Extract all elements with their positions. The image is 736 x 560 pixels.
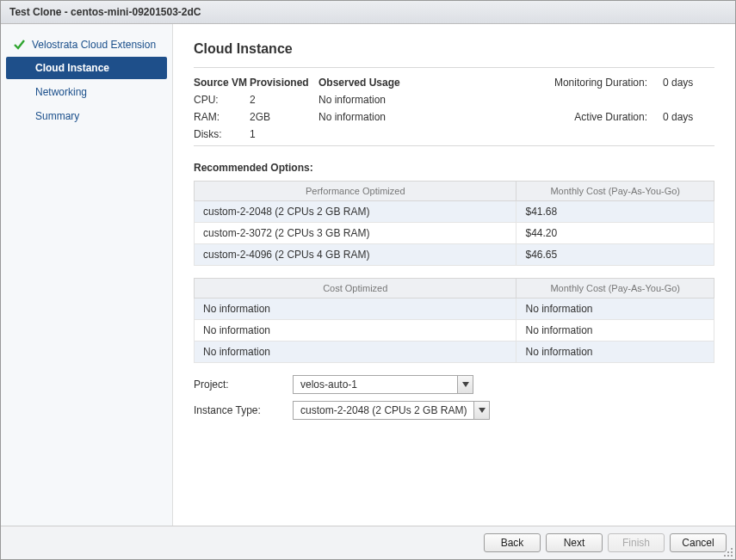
cost-row-name: No information bbox=[195, 320, 516, 342]
performance-table: Performance Optimized Monthly Cost (Pay-… bbox=[194, 181, 714, 266]
sidebar-step-label: Velostrata Cloud Extension bbox=[32, 39, 156, 51]
perf-row-cost: $41.68 bbox=[516, 201, 714, 223]
cost-row-name: No information bbox=[195, 298, 516, 320]
row-ram-prov: 2GB bbox=[250, 111, 319, 123]
row-disks-prov: 1 bbox=[250, 128, 319, 140]
cost-row-cost: No information bbox=[516, 298, 714, 320]
active-duration-label: Active Duration: bbox=[554, 111, 663, 123]
source-vm-grid: Source VM Provisioned Observed Usage Mon… bbox=[194, 77, 714, 140]
perf-header: Performance Optimized bbox=[195, 182, 516, 201]
cost-row-cost: No information bbox=[516, 342, 714, 363]
wizard-footer: Back Next Finish Cancel bbox=[1, 526, 735, 559]
cost-optimized-table: Cost Optimized Monthly Cost (Pay-As-You-… bbox=[194, 278, 714, 363]
sidebar-item-label: Networking bbox=[35, 86, 87, 98]
page-title: Cloud Instance bbox=[194, 41, 714, 57]
svg-point-5 bbox=[724, 555, 726, 557]
perf-row-name: custom-2-4096 (2 CPUs 4 GB RAM) bbox=[195, 244, 516, 266]
finish-button: Finish bbox=[608, 533, 665, 552]
cost-row-name: No information bbox=[195, 342, 516, 363]
check-icon bbox=[13, 39, 25, 51]
table-row[interactable]: No information No information bbox=[195, 320, 714, 342]
separator bbox=[194, 145, 714, 146]
back-button[interactable]: Back bbox=[484, 533, 541, 552]
svg-marker-1 bbox=[479, 408, 486, 413]
project-select[interactable]: velos-auto-1 bbox=[293, 375, 473, 394]
instance-type-row: Instance Type: custom-2-2048 (2 CPUs 2 G… bbox=[194, 401, 714, 420]
costopt-cost-header: Monthly Cost (Pay-As-You-Go) bbox=[516, 279, 714, 298]
svg-marker-0 bbox=[462, 382, 469, 387]
table-row[interactable]: No information No information bbox=[195, 298, 714, 320]
resize-grip-icon[interactable] bbox=[723, 547, 733, 557]
wizard-window: Test Clone - centos-mini-09201503-2dC Ve… bbox=[0, 0, 736, 560]
costopt-header: Cost Optimized bbox=[195, 279, 516, 298]
row-cpu-obs: No information bbox=[319, 94, 491, 106]
row-cpu-label: CPU: bbox=[194, 94, 250, 106]
col-observed: Observed Usage bbox=[319, 77, 491, 89]
svg-point-4 bbox=[731, 551, 733, 553]
chevron-down-icon bbox=[457, 376, 473, 393]
instance-type-value: custom-2-2048 (2 CPUs 2 GB RAM) bbox=[294, 402, 473, 419]
active-duration-value: 0 days bbox=[663, 111, 714, 123]
sidebar-item-label: Summary bbox=[35, 110, 79, 122]
col-provisioned: Provisioned bbox=[250, 77, 319, 89]
monitoring-duration-label: Monitoring Duration: bbox=[554, 77, 663, 89]
instance-type-select[interactable]: custom-2-2048 (2 CPUs 2 GB RAM) bbox=[293, 401, 490, 420]
table-row[interactable]: No information No information bbox=[195, 342, 714, 363]
window-title: Test Clone - centos-mini-09201503-2dC bbox=[1, 1, 735, 24]
table-row[interactable]: custom-2-2048 (2 CPUs 2 GB RAM) $41.68 bbox=[195, 201, 714, 223]
monitoring-duration-value: 0 days bbox=[663, 77, 714, 89]
svg-point-3 bbox=[727, 551, 729, 553]
perf-row-cost: $44.20 bbox=[516, 223, 714, 244]
wizard-sidebar: Velostrata Cloud Extension Cloud Instanc… bbox=[1, 24, 173, 526]
col-source-vm: Source VM bbox=[194, 77, 250, 89]
svg-point-7 bbox=[731, 555, 733, 557]
separator bbox=[194, 67, 714, 68]
perf-row-name: custom-2-2048 (2 CPUs 2 GB RAM) bbox=[195, 201, 516, 223]
row-disks-label: Disks: bbox=[194, 128, 250, 140]
instance-type-label: Instance Type: bbox=[194, 404, 293, 416]
perf-cost-header: Monthly Cost (Pay-As-You-Go) bbox=[516, 182, 714, 201]
row-ram-label: RAM: bbox=[194, 111, 250, 123]
cancel-button[interactable]: Cancel bbox=[670, 533, 727, 552]
row-cpu-prov: 2 bbox=[250, 94, 319, 106]
main-panel: Cloud Instance Source VM Provisioned Obs… bbox=[173, 24, 735, 526]
sidebar-item-label: Cloud Instance bbox=[35, 62, 109, 74]
table-row[interactable]: custom-2-4096 (2 CPUs 4 GB RAM) $46.65 bbox=[195, 244, 714, 266]
recommended-options-label: Recommended Options: bbox=[194, 162, 714, 174]
table-row[interactable]: custom-2-3072 (2 CPUs 3 GB RAM) $44.20 bbox=[195, 223, 714, 244]
svg-point-6 bbox=[727, 555, 729, 557]
sidebar-item-summary[interactable]: Summary bbox=[6, 105, 167, 127]
chevron-down-icon bbox=[473, 402, 489, 419]
sidebar-step-velostrata: Velostrata Cloud Extension bbox=[1, 34, 172, 55]
perf-row-name: custom-2-3072 (2 CPUs 3 GB RAM) bbox=[195, 223, 516, 244]
sidebar-item-networking[interactable]: Networking bbox=[6, 81, 167, 103]
cost-row-cost: No information bbox=[516, 320, 714, 342]
project-label: Project: bbox=[194, 378, 293, 391]
project-value: velos-auto-1 bbox=[294, 376, 457, 393]
sidebar-item-cloud-instance[interactable]: Cloud Instance bbox=[6, 57, 167, 79]
next-button[interactable]: Next bbox=[546, 533, 603, 552]
project-row: Project: velos-auto-1 bbox=[194, 375, 714, 394]
window-body: Velostrata Cloud Extension Cloud Instanc… bbox=[1, 24, 735, 526]
perf-row-cost: $46.65 bbox=[516, 244, 714, 266]
svg-point-2 bbox=[731, 548, 733, 550]
row-ram-obs: No information bbox=[319, 111, 491, 123]
